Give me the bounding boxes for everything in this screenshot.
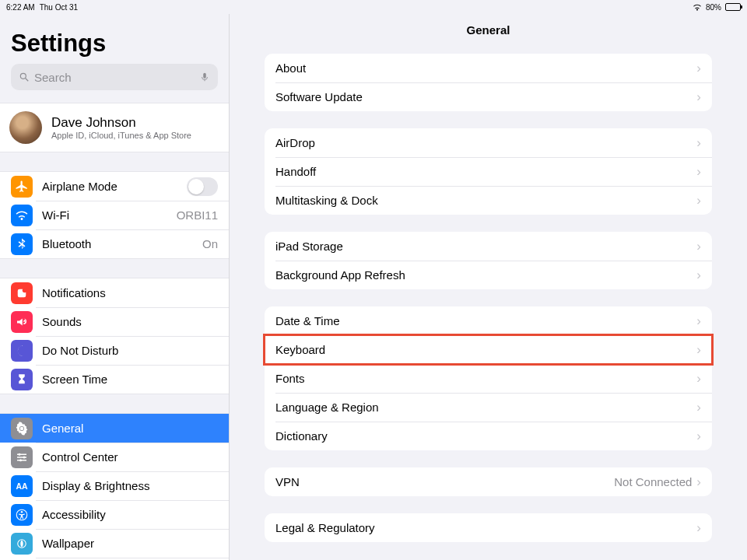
sidebar-item-label: Wi-Fi xyxy=(42,208,167,222)
hourglass-icon xyxy=(11,369,33,390)
chevron-right-icon: › xyxy=(696,342,701,358)
sidebar-item-label: General xyxy=(42,422,218,435)
sidebar-item-notifications[interactable]: Notifications xyxy=(0,278,229,307)
profile-name: Dave Johnson xyxy=(51,115,191,131)
row-fonts[interactable]: Fonts › xyxy=(265,364,712,393)
sidebar-item-bluetooth[interactable]: Bluetooth On xyxy=(0,229,229,258)
group-vpn: VPN Not Connected › xyxy=(265,467,712,496)
sidebar-item-label: Airplane Mode xyxy=(42,180,177,193)
group-datetime: Date & Time › Keyboard › Fonts › Languag… xyxy=(265,306,712,450)
profile-sub: Apple ID, iCloud, iTunes & App Store xyxy=(51,131,191,140)
sidebar-item-accessibility[interactable]: Accessibility xyxy=(0,500,229,529)
row-label: Multitasking & Dock xyxy=(275,194,696,207)
avatar xyxy=(9,111,42,144)
row-label: Keyboard xyxy=(275,343,696,356)
battery-icon xyxy=(725,3,741,11)
row-label: VPN xyxy=(275,475,614,488)
wifi-icon xyxy=(11,205,33,226)
sidebar-item-label: Do Not Disturb xyxy=(42,344,218,357)
sidebar-item-sounds[interactable]: Sounds xyxy=(0,307,229,336)
sidebar-item-display[interactable]: AA Display & Brightness xyxy=(0,471,229,500)
row-label: Date & Time xyxy=(275,314,696,327)
search-icon xyxy=(19,72,30,82)
airplane-icon xyxy=(11,176,33,198)
sidebar-group-3: General Control Center AA Display & Brig… xyxy=(0,413,229,560)
sidebar-item-label: Notifications xyxy=(42,286,218,299)
sidebar: Settings Dave Johnson Apple ID, iCloud, … xyxy=(0,14,230,560)
status-date: Thu Oct 31 xyxy=(40,3,78,12)
status-bar: 6:22 AM Thu Oct 31 80% xyxy=(0,0,747,14)
row-label: Dictionary xyxy=(275,429,696,443)
sidebar-item-wifi[interactable]: Wi-Fi ORBI11 xyxy=(0,201,229,229)
svg-point-0 xyxy=(20,73,26,79)
sidebar-item-airplane[interactable]: Airplane Mode xyxy=(0,172,229,201)
row-label: iPad Storage xyxy=(275,240,696,253)
sidebar-item-wallpaper[interactable]: Wallpaper xyxy=(0,529,229,558)
wifi-icon xyxy=(693,3,702,11)
content-body: About › Software Update › AirDrop › Hand… xyxy=(230,46,747,542)
row-airdrop[interactable]: AirDrop › xyxy=(265,128,712,157)
accessibility-icon xyxy=(11,504,33,526)
wallpaper-icon xyxy=(11,533,33,555)
row-about[interactable]: About › xyxy=(265,54,712,82)
notifications-icon xyxy=(11,282,33,304)
group-about: About › Software Update › xyxy=(265,54,712,111)
group-legal: Legal & Regulatory › xyxy=(265,513,712,542)
svg-point-8 xyxy=(19,459,22,461)
row-keyboard[interactable]: Keyboard › xyxy=(265,335,712,364)
row-language-region[interactable]: Language & Region › xyxy=(265,393,712,422)
content-pane: General About › Software Update › AirDro… xyxy=(230,14,747,560)
chevron-right-icon: › xyxy=(696,520,701,536)
sidebar-item-dnd[interactable]: Do Not Disturb xyxy=(0,336,229,365)
sidebar-item-label: Sounds xyxy=(42,315,218,328)
profile-row[interactable]: Dave Johnson Apple ID, iCloud, iTunes & … xyxy=(0,103,229,152)
sidebar-group-2: Notifications Sounds Do Not Disturb Scre… xyxy=(0,278,229,394)
sidebar-item-screentime[interactable]: Screen Time xyxy=(0,365,229,394)
chevron-right-icon: › xyxy=(696,400,701,415)
battery-percent: 80% xyxy=(706,3,721,12)
row-date-time[interactable]: Date & Time › xyxy=(265,306,712,335)
sidebar-item-general[interactable]: General xyxy=(0,414,229,443)
moon-icon xyxy=(11,340,33,362)
chevron-right-icon: › xyxy=(696,89,701,105)
gear-icon xyxy=(11,418,33,439)
row-dictionary[interactable]: Dictionary › xyxy=(265,422,712,450)
row-multitasking[interactable]: Multitasking & Dock › xyxy=(265,186,712,215)
mic-icon[interactable] xyxy=(199,72,210,82)
row-bg-refresh[interactable]: Background App Refresh › xyxy=(265,261,712,289)
sidebar-group-network: Airplane Mode Wi-Fi ORBI11 Bluetooth On xyxy=(0,171,229,259)
row-label: Legal & Regulatory xyxy=(275,521,696,534)
group-storage: iPad Storage › Background App Refresh › xyxy=(265,232,712,289)
svg-line-1 xyxy=(26,79,29,82)
chevron-right-icon: › xyxy=(696,135,701,151)
svg-text:AA: AA xyxy=(16,481,28,490)
row-software-update[interactable]: Software Update › xyxy=(265,82,712,111)
group-airdrop: AirDrop › Handoff › Multitasking & Dock … xyxy=(265,128,712,215)
row-label: AirDrop xyxy=(275,136,696,149)
search-input[interactable] xyxy=(34,71,195,84)
search-field[interactable] xyxy=(11,64,218,90)
svg-point-5 xyxy=(20,426,24,430)
row-label: Language & Region xyxy=(275,401,696,414)
row-value: Not Connected xyxy=(614,475,692,488)
bluetooth-value: On xyxy=(202,237,218,250)
chevron-right-icon: › xyxy=(696,164,701,180)
sidebar-item-label: Bluetooth xyxy=(42,237,193,250)
row-label: Fonts xyxy=(275,372,696,385)
row-ipad-storage[interactable]: iPad Storage › xyxy=(265,232,712,261)
airplane-toggle[interactable] xyxy=(187,177,218,196)
row-vpn[interactable]: VPN Not Connected › xyxy=(265,467,712,496)
sidebar-item-label: Wallpaper xyxy=(42,537,218,550)
bluetooth-icon xyxy=(11,233,33,255)
sidebar-item-controlcenter[interactable]: Control Center xyxy=(0,443,229,471)
chevron-right-icon: › xyxy=(696,313,701,329)
svg-rect-2 xyxy=(203,73,206,79)
row-label: About xyxy=(275,61,696,75)
sounds-icon xyxy=(11,311,33,333)
display-icon: AA xyxy=(11,475,33,497)
svg-point-7 xyxy=(23,456,26,458)
row-handoff[interactable]: Handoff › xyxy=(265,157,712,186)
status-time: 6:22 AM xyxy=(6,3,35,12)
sidebar-item-label: Accessibility xyxy=(42,508,218,521)
row-legal[interactable]: Legal & Regulatory › xyxy=(265,513,712,542)
